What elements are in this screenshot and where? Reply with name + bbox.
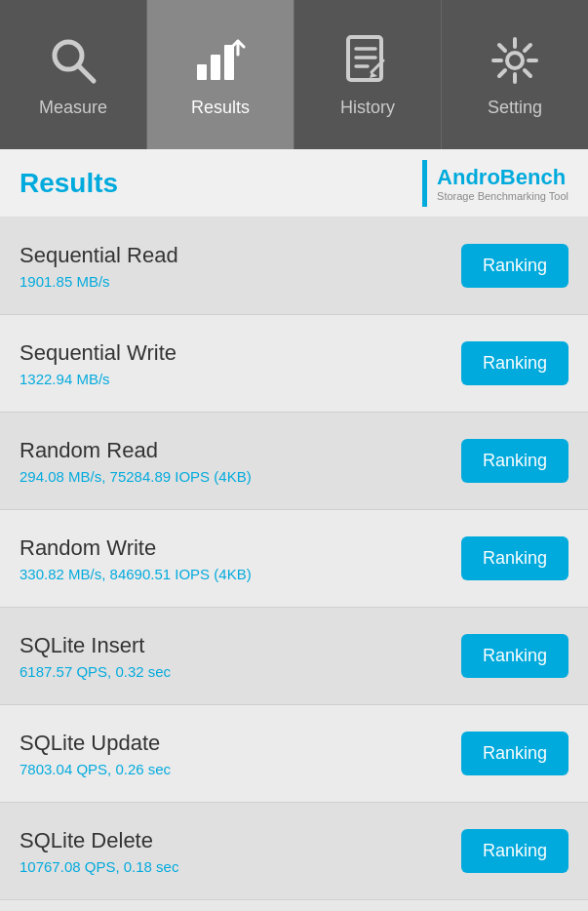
brand-name-1: Andro	[437, 165, 500, 189]
brand-subtitle: Storage Benchmarking Tool	[437, 190, 568, 202]
result-row: Random Write330.82 MB/s, 84690.51 IOPS (…	[0, 510, 588, 608]
brand: AndroBench Storage Benchmarking Tool	[422, 160, 568, 207]
result-row: SQLite Update7803.04 QPS, 0.26 secRankin…	[0, 705, 588, 803]
result-name: SQLite Delete	[20, 828, 178, 853]
nav-item-results[interactable]: Results	[147, 0, 294, 149]
result-info: SQLite Delete10767.08 QPS, 0.18 sec	[20, 828, 178, 875]
measure-label: Measure	[39, 98, 107, 118]
history-icon	[338, 31, 397, 90]
result-value: 1322.94 MB/s	[20, 371, 176, 387]
brand-name-2: Bench	[500, 165, 566, 189]
measure-icon	[44, 31, 102, 90]
result-name: Random Write	[20, 535, 252, 561]
result-name: SQLite Update	[20, 731, 171, 756]
brand-text: AndroBench Storage Benchmarking Tool	[437, 165, 568, 202]
results-icon	[191, 31, 250, 90]
result-value: 1901.85 MB/s	[20, 273, 178, 290]
svg-rect-3	[211, 55, 220, 80]
nav-item-history[interactable]: History	[294, 0, 442, 149]
result-info: Random Read294.08 MB/s, 75284.89 IOPS (4…	[20, 438, 252, 485]
result-info: SQLite Update7803.04 QPS, 0.26 sec	[20, 731, 171, 777]
ranking-button[interactable]: Ranking	[461, 829, 568, 873]
result-name: SQLite Insert	[20, 633, 171, 658]
page-title: Results	[20, 168, 118, 199]
result-row: Random Read294.08 MB/s, 75284.89 IOPS (4…	[0, 413, 588, 510]
setting-label: Setting	[488, 98, 542, 118]
results-list: Sequential Read1901.85 MB/sRankingSequen…	[0, 218, 588, 900]
svg-rect-4	[224, 45, 234, 80]
brand-bar	[422, 160, 427, 207]
result-row: SQLite Insert6187.57 QPS, 0.32 secRankin…	[0, 608, 588, 705]
svg-line-20	[499, 70, 505, 76]
svg-line-17	[499, 45, 505, 51]
svg-rect-2	[197, 64, 207, 80]
result-info: Random Write330.82 MB/s, 84690.51 IOPS (…	[20, 535, 252, 582]
result-name: Sequential Write	[20, 340, 176, 366]
ranking-button[interactable]: Ranking	[461, 634, 568, 678]
setting-icon	[486, 31, 544, 90]
svg-line-19	[525, 45, 530, 51]
result-name: Random Read	[20, 438, 252, 463]
result-value: 294.08 MB/s, 75284.89 IOPS (4KB)	[20, 468, 252, 485]
svg-point-12	[507, 53, 523, 68]
result-value: 7803.04 QPS, 0.26 sec	[20, 761, 171, 777]
nav-item-measure[interactable]: Measure	[0, 0, 147, 149]
brand-name: AndroBench	[437, 165, 568, 190]
result-info: SQLite Insert6187.57 QPS, 0.32 sec	[20, 633, 171, 680]
ranking-button[interactable]: Ranking	[461, 536, 568, 580]
result-row: Sequential Read1901.85 MB/sRanking	[0, 218, 588, 315]
nav-item-setting[interactable]: Setting	[442, 0, 588, 149]
ranking-button[interactable]: Ranking	[461, 244, 568, 288]
result-row: Sequential Write1322.94 MB/sRanking	[0, 315, 588, 413]
result-value: 6187.57 QPS, 0.32 sec	[20, 663, 171, 680]
result-value: 10767.08 QPS, 0.18 sec	[20, 858, 178, 875]
svg-line-1	[78, 65, 94, 81]
ranking-button[interactable]: Ranking	[461, 341, 568, 385]
result-name: Sequential Read	[20, 243, 178, 268]
result-value: 330.82 MB/s, 84690.51 IOPS (4KB)	[20, 566, 252, 582]
history-label: History	[340, 98, 395, 118]
result-info: Sequential Write1322.94 MB/s	[20, 340, 176, 387]
result-info: Sequential Read1901.85 MB/s	[20, 243, 178, 290]
result-row: SQLite Delete10767.08 QPS, 0.18 secRanki…	[0, 803, 588, 900]
ranking-button[interactable]: Ranking	[461, 439, 568, 483]
svg-line-18	[525, 70, 530, 76]
nav-bar: Measure Results	[0, 0, 588, 149]
ranking-button[interactable]: Ranking	[461, 732, 568, 775]
results-label: Results	[191, 98, 250, 118]
results-header: Results AndroBench Storage Benchmarking …	[0, 149, 588, 218]
